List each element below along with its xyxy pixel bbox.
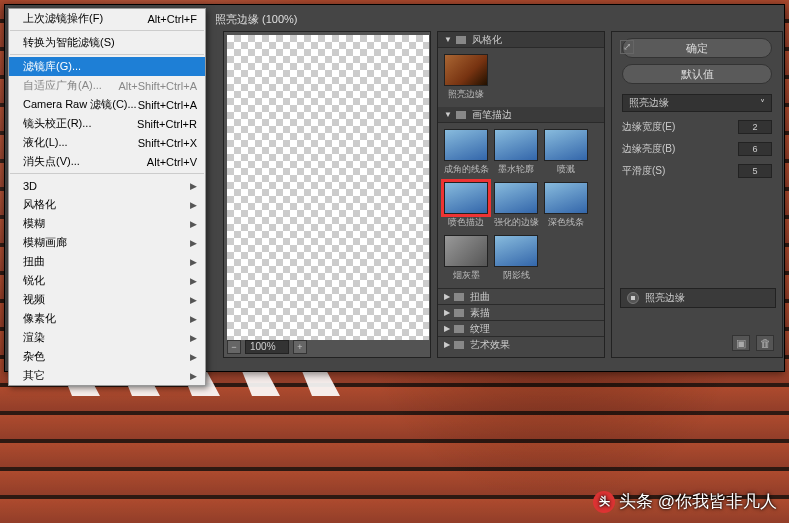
category-texture[interactable]: ▶纹理: [438, 320, 604, 336]
expand-icon[interactable]: ⤢: [620, 40, 634, 54]
submenu-arrow-icon: ▶: [190, 219, 197, 229]
submenu-arrow-icon: ▶: [190, 200, 197, 210]
zoom-out-button[interactable]: −: [227, 340, 241, 354]
param-smoothness[interactable]: 平滑度(S)5: [612, 160, 782, 182]
delete-layer-button[interactable]: 🗑: [756, 335, 774, 351]
menu-group-noise[interactable]: 杂色▶: [9, 347, 205, 366]
triangle-down-icon: ▼: [444, 110, 452, 119]
menu-group-video[interactable]: 视频▶: [9, 290, 205, 309]
menu-filter-gallery[interactable]: 滤镜库(G)...: [9, 57, 205, 76]
category-stylize[interactable]: ▼风格化: [438, 32, 604, 48]
menu-group-blur[interactable]: 模糊▶: [9, 214, 205, 233]
effect-dropdown[interactable]: 照亮边缘˅: [622, 94, 772, 112]
folder-icon: [454, 341, 464, 349]
default-button[interactable]: 默认值: [622, 64, 772, 84]
menu-lens-correction[interactable]: 镜头校正(R)...Shift+Ctrl+R: [9, 114, 205, 133]
window-title: 照亮边缘 (100%): [215, 12, 298, 27]
submenu-arrow-icon: ▶: [190, 276, 197, 286]
triangle-right-icon: ▶: [444, 324, 450, 333]
submenu-arrow-icon: ▶: [190, 371, 197, 381]
preview-pane: − 100% +: [223, 31, 431, 358]
category-sketch[interactable]: ▶素描: [438, 304, 604, 320]
folder-icon: [456, 111, 466, 119]
menu-liquify[interactable]: 液化(L)...Shift+Ctrl+X: [9, 133, 205, 152]
triangle-right-icon: ▶: [444, 340, 450, 349]
param-edge-width[interactable]: 边缘宽度(E)2: [612, 116, 782, 138]
menu-group-stylize[interactable]: 风格化▶: [9, 195, 205, 214]
menu-group-distort[interactable]: 扭曲▶: [9, 252, 205, 271]
menu-group-pixelate[interactable]: 像素化▶: [9, 309, 205, 328]
folder-icon: [456, 36, 466, 44]
submenu-arrow-icon: ▶: [190, 181, 197, 191]
submenu-arrow-icon: ▶: [190, 238, 197, 248]
submenu-arrow-icon: ▶: [190, 314, 197, 324]
zoom-readout[interactable]: 100%: [245, 340, 289, 354]
thumb-spatter[interactable]: 喷溅: [544, 129, 588, 176]
submenu-arrow-icon: ▶: [190, 333, 197, 343]
folder-icon: [454, 293, 464, 301]
watermark-logo-icon: 头: [593, 491, 615, 513]
menu-group-3d[interactable]: 3D▶: [9, 176, 205, 195]
thumb-glowing-edges[interactable]: 照亮边缘: [444, 54, 488, 101]
thumb-dark-strokes[interactable]: 深色线条: [544, 182, 588, 229]
effect-layer-row[interactable]: 照亮边缘: [620, 288, 776, 308]
chevron-down-icon: ˅: [760, 98, 765, 109]
thumb-sprayed-strokes[interactable]: 喷色描边: [444, 182, 488, 229]
triangle-right-icon: ▶: [444, 308, 450, 317]
menu-separator: [10, 173, 204, 174]
menu-group-sharpen[interactable]: 锐化▶: [9, 271, 205, 290]
menu-last-filter[interactable]: 上次滤镜操作(F)Alt+Ctrl+F: [9, 9, 205, 28]
submenu-arrow-icon: ▶: [190, 295, 197, 305]
menu-vanishing-point[interactable]: 消失点(V)...Alt+Ctrl+V: [9, 152, 205, 171]
thumb-ink-outlines[interactable]: 墨水轮廓: [494, 129, 538, 176]
menu-group-blur-gallery[interactable]: 模糊画廊▶: [9, 233, 205, 252]
visibility-icon[interactable]: [627, 292, 639, 304]
category-brush-strokes[interactable]: ▼画笔描边: [438, 107, 604, 123]
folder-icon: [454, 309, 464, 317]
triangle-right-icon: ▶: [444, 292, 450, 301]
preview-toolbar: − 100% +: [227, 339, 429, 355]
filter-menu: 上次滤镜操作(F)Alt+Ctrl+F 转换为智能滤镜(S) 滤镜库(G)...…: [8, 8, 206, 386]
thumb-crosshatch[interactable]: 阴影线: [494, 235, 538, 282]
triangle-down-icon: ▼: [444, 35, 452, 44]
layer-tools: ▣ 🗑: [732, 335, 774, 351]
ok-button[interactable]: 确定: [622, 38, 772, 58]
smoothness-value[interactable]: 5: [738, 164, 772, 178]
filter-categories: ▼风格化 照亮边缘 ▼画笔描边 成角的线条 墨水轮廓 喷溅 喷色描边 强化的边缘…: [437, 31, 605, 358]
edge-brightness-value[interactable]: 6: [738, 142, 772, 156]
zoom-in-button[interactable]: +: [293, 340, 307, 354]
menu-group-render[interactable]: 渲染▶: [9, 328, 205, 347]
thumb-angled-strokes[interactable]: 成角的线条: [444, 129, 488, 176]
menu-adaptive-wide[interactable]: 自适应广角(A)...Alt+Shift+Ctrl+A: [9, 76, 205, 95]
param-edge-brightness[interactable]: 边缘亮度(B)6: [612, 138, 782, 160]
menu-separator: [10, 54, 204, 55]
menu-separator: [10, 30, 204, 31]
folder-icon: [454, 325, 464, 333]
category-artistic[interactable]: ▶艺术效果: [438, 336, 604, 352]
menu-camera-raw[interactable]: Camera Raw 滤镜(C)...Shift+Ctrl+A: [9, 95, 205, 114]
thumb-accented-edges[interactable]: 强化的边缘: [494, 182, 538, 229]
category-distort[interactable]: ▶扭曲: [438, 288, 604, 304]
submenu-arrow-icon: ▶: [190, 257, 197, 267]
thumb-sumi-e[interactable]: 烟灰墨: [444, 235, 488, 282]
settings-panel: ⤢ 确定 默认值 照亮边缘˅ 边缘宽度(E)2 边缘亮度(B)6 平滑度(S)5…: [611, 31, 783, 358]
edge-width-value[interactable]: 2: [738, 120, 772, 134]
menu-convert-smart[interactable]: 转换为智能滤镜(S): [9, 33, 205, 52]
menu-group-other[interactable]: 其它▶: [9, 366, 205, 385]
watermark: 头 头条 @你我皆非凡人: [593, 490, 777, 513]
submenu-arrow-icon: ▶: [190, 352, 197, 362]
preview-canvas[interactable]: [227, 35, 429, 340]
new-layer-button[interactable]: ▣: [732, 335, 750, 351]
